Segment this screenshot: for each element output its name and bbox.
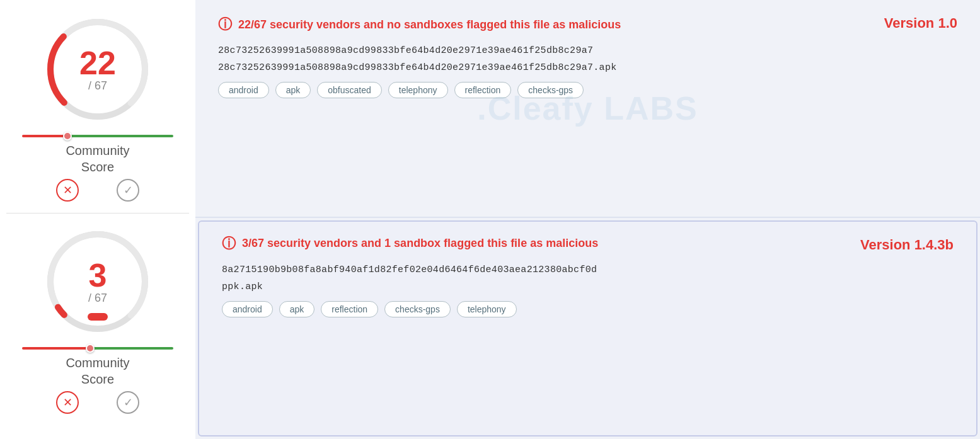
alert-text-1: 22/67 security vendors and no sandboxes … (238, 18, 621, 31)
score-denom-2: / 67 (88, 292, 107, 305)
divider-1 (6, 213, 189, 214)
gauge-1: 22 / 67 (41, 13, 154, 126)
tag-reflection-2[interactable]: reflection (321, 301, 378, 317)
tags-row-1: android apk obfuscated telephony reflect… (218, 82, 957, 98)
version-label-2: Version 1.4.3b (860, 237, 954, 253)
slider-thumb-1[interactable] (63, 132, 72, 140)
alert-row-1: ⓘ 22/67 security vendors and no sandboxe… (218, 15, 957, 34)
tag-checks-gps-2[interactable]: checks-gps (384, 301, 451, 317)
alert-row-2: ⓘ 3/67 security vendors and 1 sandbox fl… (222, 234, 954, 253)
version-block-2: ⓘ 3/67 security vendors and 1 sandbox fl… (198, 220, 977, 437)
hash1-v2: 8a2715190b9b08fa8abf940af1d82fef02e04d64… (222, 265, 954, 275)
tag-reflection-1[interactable]: reflection (454, 82, 512, 98)
tag-telephony-2[interactable]: telephony (457, 301, 517, 317)
version-block-1: ⓘ 22/67 security vendors and no sandboxe… (195, 0, 980, 217)
tags-row-2: android apk reflection checks-gps teleph… (222, 301, 954, 317)
alert-icon-2: ⓘ (222, 234, 236, 253)
negative-vote-btn-2[interactable]: ✕ (56, 391, 79, 414)
tag-checks-gps-1[interactable]: checks-gps (517, 82, 584, 98)
gauge-2: 3 / 67 (41, 225, 154, 338)
alert-text-2: 3/67 security vendors and 1 sandbox flag… (242, 237, 598, 250)
alert-icon-1: ⓘ (218, 15, 232, 34)
right-panel: ⓘ 22/67 security vendors and no sandboxe… (195, 0, 980, 439)
positive-vote-btn-1[interactable]: ✓ (117, 179, 139, 202)
hash2-v2: ppk.apk (222, 282, 954, 292)
left-panel: 22 / 67 CommunityScore ✕ ✓ (0, 0, 195, 439)
slider-thumb-2[interactable] (86, 344, 95, 353)
gauge-text-2: 3 / 67 (88, 259, 107, 305)
positive-vote-btn-2[interactable]: ✓ (117, 391, 139, 414)
community-actions-2: ✕ ✓ (56, 391, 139, 414)
tag-android-1[interactable]: android (218, 82, 269, 98)
tag-obfuscated-1[interactable]: obfuscated (317, 82, 382, 98)
tag-apk-2[interactable]: apk (279, 301, 315, 317)
score-block-1: 22 / 67 CommunityScore ✕ ✓ (6, 13, 189, 202)
gauge-text-1: 22 / 67 (79, 47, 116, 93)
hash2-v1: 28c73252639991a508898a9cd99833bfe64b4d20… (218, 62, 957, 73)
block-separator (195, 217, 980, 218)
score-number-2: 3 (88, 259, 107, 292)
slider-2[interactable] (22, 347, 173, 350)
version-label-1: Version 1.0 (884, 15, 957, 31)
hash1-v1: 28c73252639991a508898a9cd99833bfe64b4d20… (218, 45, 957, 56)
negative-vote-btn-1[interactable]: ✕ (56, 179, 79, 202)
score-block-2: 3 / 67 CommunityScore ✕ ✓ (6, 225, 189, 414)
tag-apk-1[interactable]: apk (275, 82, 311, 98)
slider-1[interactable] (22, 135, 173, 137)
score-number-1: 22 (79, 47, 116, 79)
community-score-label-2: CommunityScore (66, 355, 129, 387)
tag-telephony-1[interactable]: telephony (388, 82, 448, 98)
score-denom-1: / 67 (79, 79, 116, 93)
tag-android-2[interactable]: android (222, 301, 273, 317)
community-score-label-1: CommunityScore (66, 142, 129, 175)
community-actions-1: ✕ ✓ (56, 179, 139, 202)
